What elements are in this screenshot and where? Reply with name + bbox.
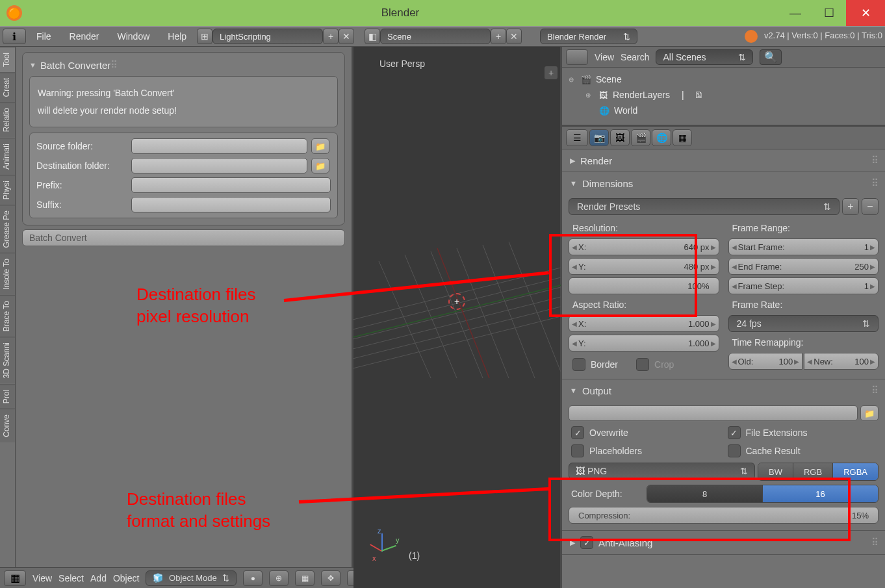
end-frame-input[interactable]: ◀End Frame:250▶ — [728, 258, 879, 275]
vp-menu-object[interactable]: Object — [113, 573, 139, 583]
dimensions-section-header[interactable]: ▼Dimensions⠿ — [562, 172, 885, 194]
compression-slider[interactable]: Compression:15% — [569, 507, 879, 524]
manipulator-icon[interactable]: ✥ — [321, 570, 340, 586]
layout-add-button[interactable]: + — [323, 29, 339, 44]
vtab-conve[interactable]: Conve — [0, 409, 15, 442]
tree-renderlayers[interactable]: ⊕🖼RenderLayers|🖻 — [569, 87, 879, 103]
pivot-icon[interactable]: ⊕ — [269, 570, 289, 586]
outliner-tree[interactable]: ⊖🎬Scene ⊕🖼RenderLayers|🖻 🌐World — [562, 68, 885, 127]
layout-delete-button[interactable]: ✕ — [339, 29, 354, 44]
menu-file[interactable]: File — [29, 31, 59, 42]
vp-menu-add[interactable]: Add — [90, 573, 107, 583]
render-section-header[interactable]: ▶Render⠿ — [562, 149, 885, 172]
timeremap-old-input[interactable]: ◀Old:100▶ — [728, 353, 803, 370]
vtab-3dscan[interactable]: 3D Scanni — [0, 337, 15, 383]
border-label: Border — [591, 359, 618, 370]
render-presets-dropdown[interactable]: Render Presets⇅ — [569, 198, 840, 215]
output-section-header[interactable]: ▼Output⠿ — [562, 379, 885, 402]
layout-dropdown[interactable]: LightScripting — [212, 29, 323, 44]
output-path-input[interactable] — [569, 405, 858, 421]
tab-world[interactable]: 🌐 — [652, 129, 671, 146]
colormode-rgb[interactable]: RGB — [793, 463, 833, 480]
info-editor-icon[interactable]: ℹ — [3, 29, 26, 44]
depth-8[interactable]: 8 — [647, 485, 763, 502]
timeremap-new-input[interactable]: ◀New:100▶ — [804, 353, 879, 370]
region-toggle-button[interactable]: + — [545, 66, 558, 79]
dest-folder-input[interactable] — [131, 158, 307, 173]
crop-checkbox[interactable] — [636, 358, 649, 371]
dest-folder-browse-button[interactable] — [311, 158, 329, 173]
aspect-x-input[interactable]: ◀X:1.000▶ — [569, 315, 719, 332]
properties-editor-icon[interactable]: ☰ — [566, 129, 588, 146]
close-button[interactable]: ✕ — [846, 0, 885, 26]
vtab-tool[interactable]: Tool — [0, 47, 15, 72]
editor-type-icon[interactable]: ▦ — [4, 570, 26, 586]
tab-render[interactable]: 📷 — [589, 129, 609, 146]
layout-browse-button[interactable]: ⊞ — [197, 29, 212, 44]
minimize-button[interactable]: — — [778, 0, 812, 26]
output-path-browse-button[interactable] — [860, 405, 879, 421]
tab-scene[interactable]: 🎬 — [631, 129, 650, 146]
vp-menu-select[interactable]: Select — [58, 573, 84, 583]
mode-dropdown[interactable]: 🧊Object Mode⇅ — [146, 570, 237, 586]
start-frame-input[interactable]: ◀Start Frame:1▶ — [728, 238, 879, 255]
render-engine-dropdown[interactable]: Blender Render⇅ — [540, 29, 637, 44]
cacheresult-checkbox[interactable] — [728, 444, 741, 457]
depth-16[interactable]: 16 — [763, 485, 878, 502]
vtab-brace[interactable]: Brace To — [0, 295, 15, 337]
batch-converter-header[interactable]: Batch Converter⠿ — [29, 59, 338, 71]
tab-texture[interactable]: ▦ — [673, 129, 692, 146]
vp-menu-view[interactable]: View — [32, 573, 52, 583]
outliner-filter-dropdown[interactable]: All Scenes⇅ — [656, 49, 753, 65]
resolution-x-input[interactable]: ◀X:640 px▶ — [569, 238, 719, 255]
suffix-input[interactable] — [131, 197, 331, 212]
vtab-prol[interactable]: Prol — [0, 384, 15, 409]
scene-add-button[interactable]: + — [491, 29, 506, 44]
shading-solid-icon[interactable]: ● — [243, 570, 263, 586]
outliner-search-button[interactable]: 🔍 — [760, 49, 782, 65]
scene-dropdown[interactable]: Scene — [380, 29, 491, 44]
batch-convert-button[interactable]: Batch Convert — [22, 229, 345, 246]
colormode-rgba[interactable]: RGBA — [833, 463, 878, 480]
tab-renderlayers[interactable]: 🖼 — [610, 129, 630, 146]
menu-window[interactable]: Window — [109, 31, 157, 42]
vtab-grease[interactable]: Grease Pe — [0, 205, 15, 253]
resolution-percent-slider[interactable]: 100% — [569, 277, 719, 294]
outliner-menu-view[interactable]: View — [595, 52, 614, 62]
vtab-insole[interactable]: Insole To — [0, 253, 15, 295]
maximize-button[interactable]: ☐ — [812, 0, 846, 26]
source-folder-browse-button[interactable] — [311, 138, 329, 154]
resolution-y-input[interactable]: ◀Y:480 px▶ — [569, 258, 719, 275]
outliner-editor-icon[interactable] — [566, 49, 588, 65]
vtab-physics[interactable]: Physi — [0, 175, 15, 205]
scene-delete-button[interactable]: ✕ — [506, 29, 522, 44]
source-folder-input[interactable] — [131, 138, 307, 154]
scene-browse-button[interactable]: ◧ — [365, 29, 380, 44]
file-format-dropdown[interactable]: 🖼 PNG⇅ — [569, 463, 755, 479]
placeholders-checkbox[interactable] — [571, 444, 584, 457]
menu-render[interactable]: Render — [62, 31, 107, 42]
vtab-animation[interactable]: Animati — [0, 138, 15, 175]
tree-world[interactable]: 🌐World — [569, 103, 879, 118]
vtab-relations[interactable]: Relatio — [0, 102, 15, 137]
outliner-menu-search[interactable]: Search — [621, 52, 649, 62]
aspect-group: Aspect Ratio: ◀X:1.000▶ ◀Y:1.000▶ Border… — [569, 297, 719, 372]
3d-viewport[interactable]: User Persp + zyx (1) — [353, 47, 560, 588]
framerange-label: Frame Range: — [728, 220, 879, 236]
aa-enable-checkbox[interactable] — [580, 536, 593, 549]
aspect-y-input[interactable]: ◀Y:1.000▶ — [569, 335, 719, 352]
border-checkbox[interactable] — [572, 358, 585, 371]
frame-step-input[interactable]: ◀Frame Step:1▶ — [728, 277, 879, 294]
prefix-input[interactable] — [131, 177, 331, 193]
overwrite-checkbox[interactable] — [571, 426, 584, 439]
layers-icon[interactable]: ▦ — [295, 570, 314, 586]
colormode-bw[interactable]: BW — [758, 463, 793, 480]
preset-remove-button[interactable]: − — [862, 198, 879, 215]
fps-dropdown[interactable]: 24 fps⇅ — [728, 315, 879, 332]
fileext-checkbox[interactable] — [728, 426, 741, 439]
vtab-create[interactable]: Creat — [0, 72, 15, 102]
preset-add-button[interactable]: + — [842, 198, 859, 215]
tree-scene[interactable]: ⊖🎬Scene — [569, 71, 879, 87]
menu-help[interactable]: Help — [160, 31, 194, 42]
aa-section-header[interactable]: ▶Anti-Aliasing⠿ — [562, 531, 885, 554]
